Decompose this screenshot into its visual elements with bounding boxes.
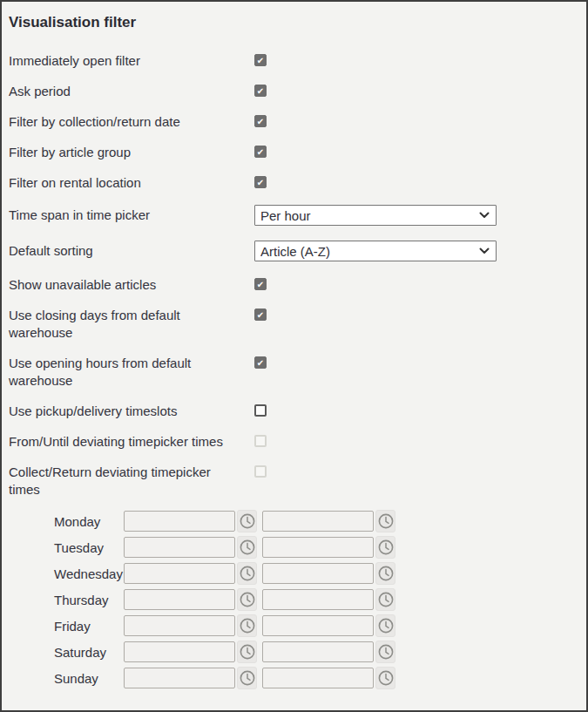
field-label: Use opening hours from default warehouse — [9, 355, 254, 390]
field-label: Use closing days from default warehouse — [9, 307, 254, 342]
saturday-from-input[interactable] — [124, 641, 235, 662]
form-row: Use opening hours from default warehouse — [9, 355, 579, 390]
clock-icon — [239, 643, 256, 661]
sunday-until-clock-button[interactable] — [375, 667, 395, 689]
thursday-from-clock-button[interactable] — [237, 588, 257, 611]
time-span-select-wrap: Per hour — [254, 205, 497, 226]
show-unavailable-articles-checkbox[interactable] — [254, 278, 267, 290]
field-label: Use pickup/delivery timeslots — [9, 403, 254, 420]
wednesday-from-clock-button[interactable] — [237, 562, 257, 585]
monday-until-input[interactable] — [262, 511, 374, 532]
clock-icon — [239, 617, 256, 634]
friday-until-clock-button[interactable] — [375, 614, 395, 637]
thursday-from-input[interactable] — [124, 589, 235, 610]
day-label: Monday — [54, 514, 124, 529]
page-title: Visualisation filter — [9, 14, 579, 31]
field-label: Collect/Return deviating timepicker time… — [9, 464, 254, 498]
form-row: Time span in time picker Per hour — [9, 205, 579, 226]
field-label: Time span in time picker — [9, 205, 254, 226]
form-row: Ask period — [9, 83, 579, 100]
saturday-until-clock-button[interactable] — [375, 641, 395, 663]
day-label: Sunday — [54, 671, 124, 686]
thursday-until-input[interactable] — [262, 589, 374, 610]
saturday-from-clock-button[interactable] — [237, 641, 257, 663]
field-label: Default sorting — [9, 241, 254, 261]
sunday-from-clock-button[interactable] — [237, 667, 257, 689]
thursday-until-clock-button[interactable] — [375, 588, 395, 611]
clock-icon — [239, 512, 256, 530]
use-closing-days-checkbox[interactable] — [254, 309, 267, 321]
weekday-row: Sunday — [9, 668, 579, 688]
day-label: Tuesday — [54, 540, 124, 555]
form-row: From/Until deviating timepicker times — [9, 433, 579, 451]
filter-on-rental-location-checkbox[interactable] — [254, 176, 267, 188]
weekday-row: Thursday — [9, 589, 579, 610]
weekday-row: Friday — [9, 615, 579, 636]
day-label: Wednesday — [54, 566, 124, 581]
form-row: Filter by collection/return date — [9, 113, 579, 131]
wednesday-until-input[interactable] — [262, 563, 374, 584]
friday-until-input[interactable] — [262, 615, 374, 636]
time-span-select[interactable]: Per hour — [254, 205, 497, 226]
default-sorting-select-wrap: Article (A-Z) — [254, 241, 497, 261]
default-sorting-select[interactable]: Article (A-Z) — [254, 241, 497, 261]
weekday-times-section: Monday Tuesday Wednesday — [9, 511, 579, 688]
form-row: Default sorting Article (A-Z) — [9, 241, 579, 261]
clock-icon — [377, 512, 395, 530]
visualisation-filter-panel: Visualisation filter Immediately open fi… — [0, 0, 588, 712]
sunday-until-input[interactable] — [262, 668, 374, 688]
weekday-row: Tuesday — [9, 537, 579, 558]
tuesday-from-input[interactable] — [124, 537, 235, 558]
friday-from-clock-button[interactable] — [237, 614, 257, 637]
day-label: Friday — [54, 619, 124, 634]
clock-icon — [377, 669, 395, 687]
form-row: Use pickup/delivery timeslots — [9, 403, 579, 420]
field-label: Filter on rental location — [9, 174, 254, 192]
clock-icon — [239, 565, 256, 582]
use-pickup-delivery-timeslots-checkbox[interactable] — [254, 404, 267, 417]
friday-from-input[interactable] — [124, 615, 235, 636]
field-label: Filter by collection/return date — [9, 113, 254, 131]
field-label: Filter by article group — [9, 144, 254, 161]
day-label: Saturday — [54, 645, 124, 660]
form-row: Filter by article group — [9, 144, 579, 161]
form-row: Collect/Return deviating timepicker time… — [9, 464, 579, 498]
field-label: From/Until deviating timepicker times — [9, 433, 254, 451]
clock-icon — [377, 565, 395, 582]
clock-icon — [377, 539, 395, 556]
clock-icon — [239, 539, 256, 556]
filter-by-article-group-checkbox[interactable] — [254, 146, 267, 158]
tuesday-until-input[interactable] — [262, 537, 374, 558]
day-label: Thursday — [54, 593, 124, 607]
saturday-until-input[interactable] — [262, 641, 374, 662]
monday-from-input[interactable] — [124, 511, 235, 532]
clock-icon — [239, 669, 256, 687]
field-label: Ask period — [9, 83, 254, 100]
clock-icon — [239, 591, 256, 608]
monday-from-clock-button[interactable] — [237, 510, 257, 532]
field-label: Show unavailable articles — [9, 276, 254, 294]
sunday-from-input[interactable] — [124, 668, 235, 688]
from-until-deviating-timepicker-checkbox — [254, 435, 267, 447]
clock-icon — [377, 643, 395, 661]
weekday-row: Wednesday — [9, 563, 579, 584]
weekday-row: Monday — [9, 511, 579, 532]
form-row: Use closing days from default warehouse — [9, 307, 579, 342]
tuesday-from-clock-button[interactable] — [237, 536, 257, 559]
tuesday-until-clock-button[interactable] — [375, 536, 395, 559]
form-row: Immediately open filter — [9, 52, 579, 70]
form-row: Show unavailable articles — [9, 276, 579, 294]
use-opening-hours-checkbox[interactable] — [254, 356, 267, 369]
wednesday-until-clock-button[interactable] — [375, 562, 395, 585]
monday-until-clock-button[interactable] — [375, 510, 395, 532]
clock-icon — [377, 617, 395, 634]
collect-return-deviating-timepicker-checkbox — [254, 465, 267, 478]
form-row: Filter on rental location — [9, 174, 579, 192]
ask-period-checkbox[interactable] — [254, 85, 267, 97]
weekday-row: Saturday — [9, 641, 579, 662]
wednesday-from-input[interactable] — [124, 563, 235, 584]
filter-by-collection-return-date-checkbox[interactable] — [254, 115, 267, 127]
field-label: Immediately open filter — [9, 52, 254, 70]
immediately-open-filter-checkbox[interactable] — [254, 54, 267, 66]
clock-icon — [377, 591, 395, 608]
